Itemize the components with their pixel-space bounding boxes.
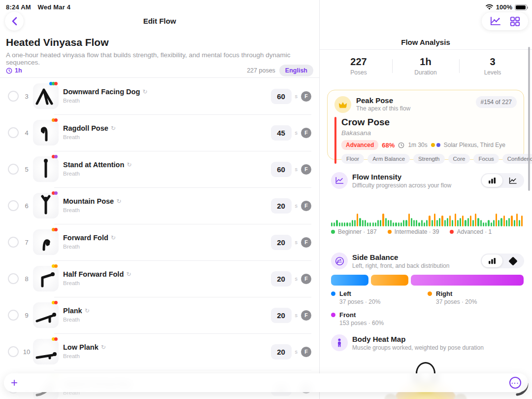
right-panel-scrollbar[interactable] — [528, 47, 530, 191]
pose-thumbnail[interactable] — [33, 193, 59, 218]
pose-select-checkbox[interactable] — [8, 200, 19, 211]
balance-legend: Left 37 poses · 20% Right 37 poses · 20%… — [331, 290, 524, 326]
flow-meta-row: 1h 227 poses English — [6, 65, 313, 76]
pose-duration-field[interactable]: 20 — [271, 271, 292, 287]
flow-badge[interactable]: F — [301, 274, 311, 284]
clock-date: Wed Mar 4 — [38, 3, 71, 11]
pose-row[interactable]: 3 Downward Facing Dog↻ Breath 60 s F — [0, 78, 319, 114]
language-badge[interactable]: English — [279, 65, 313, 76]
crown-icon — [334, 96, 351, 113]
flow-badge[interactable]: F — [301, 347, 311, 357]
flow-title: Heated Vinyasa Flow — [6, 36, 109, 48]
flow-badge[interactable]: F — [301, 164, 311, 175]
pose-thumbnail[interactable] — [33, 120, 59, 145]
clock-icon — [6, 68, 12, 74]
balance-legend-name: Front — [339, 311, 384, 319]
level-badge: Advanced — [341, 140, 378, 150]
flow-badge[interactable]: F — [301, 237, 311, 248]
flow-badge[interactable]: F — [301, 310, 311, 321]
transition-sync-icon: ↻ — [126, 271, 131, 278]
pose-number: 9 — [20, 312, 33, 319]
panel-divider — [319, 0, 320, 399]
chakra-names: Solar Plexus, Third Eye — [444, 142, 505, 148]
pose-subtitle: Breath — [63, 207, 80, 213]
forward-fold-silhouette-icon — [33, 229, 59, 255]
flow-badge[interactable]: F — [301, 91, 311, 102]
peak-pose-name: Crow Pose — [341, 117, 532, 128]
seconds-unit: s — [295, 276, 298, 282]
pose-name: Half Forward Fold — [63, 270, 124, 278]
pose-select-checkbox[interactable] — [8, 164, 19, 175]
bottom-toolbar: + ··· — [4, 373, 528, 392]
grid-view-icon[interactable] — [510, 16, 520, 27]
pose-thumbnail[interactable] — [33, 83, 59, 109]
pose-row[interactable]: 8 Half Forward Fold↻ Breath 20 s F — [0, 260, 319, 297]
add-pose-button[interactable]: + — [11, 377, 18, 389]
pose-duration-field[interactable]: 45 — [271, 125, 292, 141]
line-view-button[interactable] — [502, 174, 523, 187]
analysis-divider — [320, 49, 532, 50]
pose-duration-field[interactable]: 60 — [271, 162, 292, 177]
pose-thumbnail[interactable] — [33, 266, 59, 291]
pose-select-checkbox[interactable] — [8, 346, 19, 357]
pose-select-checkbox[interactable] — [8, 310, 19, 321]
pose-number: 3 — [20, 93, 33, 100]
peak-pose-subtitle: The apex of this flow — [356, 105, 410, 112]
flow-badge[interactable]: F — [301, 201, 311, 211]
balance-legend-detail: 37 poses · 20% — [436, 298, 477, 305]
app-window: 8:24 AM Wed Mar 4 100% Edit Flow Heated … — [0, 0, 532, 399]
diamond-view-button[interactable] — [502, 254, 523, 267]
pose-thumbnail[interactable] — [33, 229, 59, 255]
transition-sync-icon: ↻ — [111, 125, 116, 132]
pose-number: 7 — [20, 239, 33, 246]
pose-select-checkbox[interactable] — [8, 127, 19, 138]
status-bar-left: 8:24 AM Wed Mar 4 — [6, 3, 70, 11]
pose-duration-field[interactable]: 20 — [271, 308, 292, 323]
pose-duration-field[interactable]: 20 — [271, 198, 292, 214]
wifi-icon — [485, 4, 494, 10]
pose-row[interactable]: 5 Stand at Attention↻ Breath 60 s F — [0, 151, 319, 187]
pose-row[interactable]: 9 Plank↻ Breath 20 s F — [0, 297, 319, 333]
ragdoll-silhouette-icon — [33, 120, 59, 145]
pose-row[interactable]: 6 Mountain Pose↻ Breath 20 s F — [0, 187, 319, 224]
heatmap-title: Body Heat Map — [352, 335, 484, 343]
pose-select-checkbox[interactable] — [8, 91, 19, 102]
chakra-dots — [53, 191, 58, 195]
peak-pose-card[interactable]: Peak Pose The apex of this flow #154 of … — [327, 90, 524, 160]
pose-duration-field[interactable]: 20 — [271, 235, 292, 250]
transition-sync-icon: ↻ — [101, 344, 106, 351]
percent-label: 68% — [382, 142, 395, 149]
pose-thumbnail[interactable] — [33, 156, 59, 182]
balance-title: Side Balance — [352, 253, 449, 261]
pose-row[interactable]: 10 Low Plank↻ Breath 20 s F — [0, 333, 319, 370]
peak-position-badge: #154 of 227 — [476, 96, 517, 108]
chakra-dots — [50, 82, 58, 85]
intensity-subtitle: Difficulty progression across your flow — [352, 182, 451, 189]
pose-thumbnail[interactable] — [33, 302, 59, 328]
pose-row[interactable]: 4 Ragdoll Pose↻ Breath 45 s F — [0, 114, 319, 151]
pose-tag: Confidence — [502, 154, 532, 164]
pose-subtitle: Breath — [63, 134, 80, 140]
pose-select-checkbox[interactable] — [8, 273, 19, 284]
seconds-unit: s — [295, 130, 298, 136]
pose-select-checkbox[interactable] — [8, 237, 19, 248]
bar-view-button[interactable] — [482, 174, 502, 187]
pose-name: Low Plank — [63, 343, 99, 351]
bar-view-button[interactable] — [482, 254, 502, 267]
status-bar-right: 100% — [485, 3, 527, 11]
analysis-chart-icon[interactable] — [490, 16, 501, 26]
pose-duration-field[interactable]: 20 — [271, 344, 292, 360]
stat-value: 3 — [459, 56, 526, 68]
flow-badge[interactable]: F — [301, 128, 311, 138]
low-plank-silhouette-icon — [33, 339, 59, 364]
balance-swap-icon — [331, 253, 348, 269]
pose-duration-field[interactable]: 60 — [271, 89, 292, 104]
pose-thumbnail[interactable] — [33, 339, 59, 364]
mountain-silhouette-icon — [33, 193, 59, 218]
chakra-dots — [431, 143, 440, 147]
transition-sync-icon: ↻ — [111, 234, 116, 241]
more-options-button[interactable]: ··· — [509, 377, 521, 389]
balance-legend-detail: 153 poses · 60% — [339, 320, 384, 326]
balance-legend-name: Right — [436, 290, 477, 297]
pose-row[interactable]: 7 Forward Fold↻ Breath 20 s F — [0, 224, 319, 260]
